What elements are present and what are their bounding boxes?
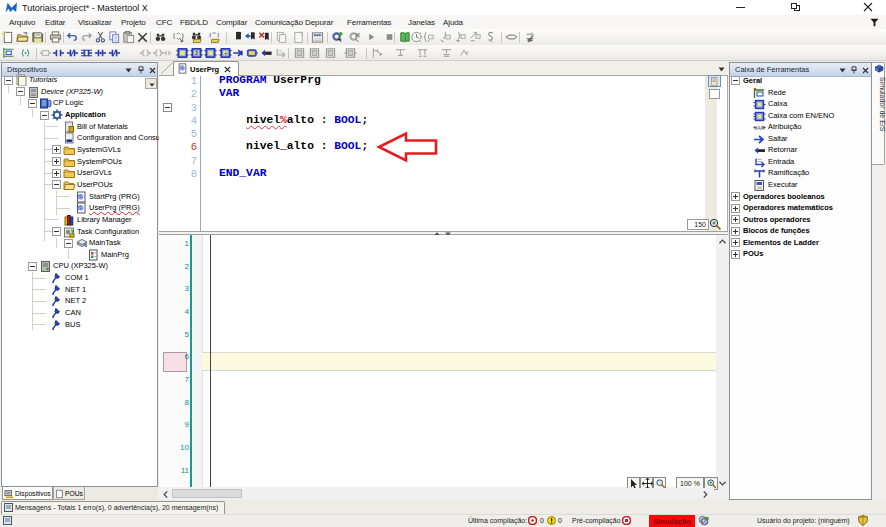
svg-text:2: 2: [195, 50, 198, 56]
svg-text:@: @: [77, 205, 83, 211]
svg-text:VAR: VAR: [754, 125, 765, 131]
svg-text:@: @: [77, 194, 83, 200]
svg-text:@: @: [179, 65, 185, 71]
